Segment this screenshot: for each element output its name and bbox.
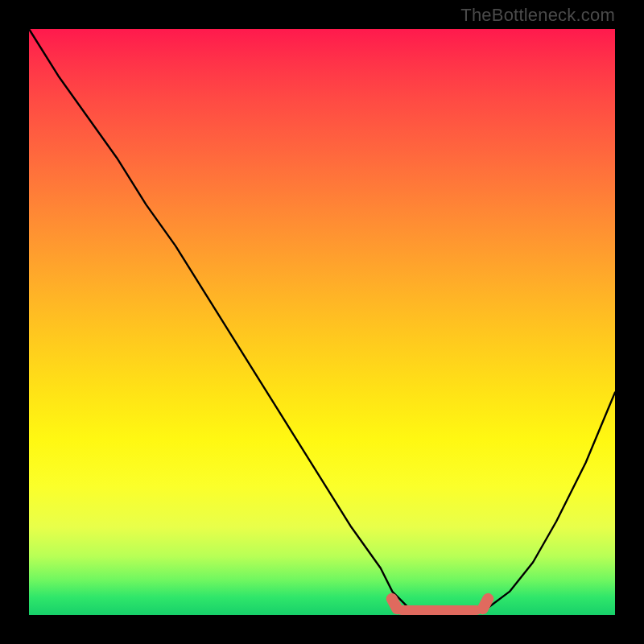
bottleneck-curve — [29, 29, 615, 615]
plot-area — [29, 29, 615, 615]
watermark-label: TheBottleneck.com — [460, 5, 615, 26]
chart-canvas: TheBottleneck.com — [0, 0, 644, 644]
optimal-range-marker — [397, 605, 481, 615]
